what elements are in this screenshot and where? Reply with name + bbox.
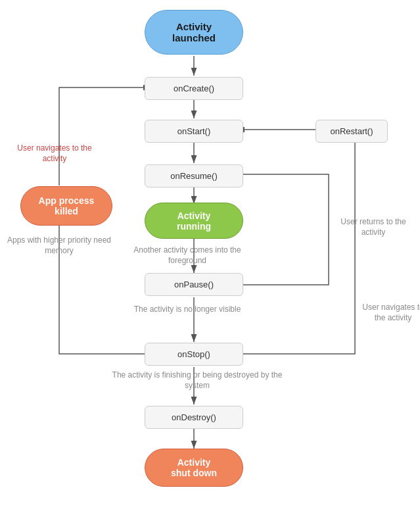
activity-launched-node: Activity launched	[145, 10, 243, 55]
user-navigates-label2: User navigates to the activity	[360, 303, 420, 323]
activity-launched-label: Activity launched	[172, 21, 216, 43]
activity-running-node: Activity running	[145, 203, 243, 239]
activity-finishing-label: The activity is finishing or being destr…	[105, 370, 289, 391]
on-resume-label: onResume()	[170, 171, 218, 181]
another-activity-label: Another activity comes into the foregrou…	[128, 245, 246, 266]
on-start-node: onStart()	[145, 120, 243, 143]
activity-shut-down-node: Activity shut down	[145, 449, 243, 487]
on-start-label: onStart()	[177, 126, 211, 136]
apps-higher-priority-label: Apps with higher priority need memory	[7, 235, 112, 256]
user-returns-label: User returns to the activity	[334, 217, 413, 237]
user-navigates-label: User navigates to the activity	[12, 143, 97, 164]
activity-no-longer-label: The activity is no longer visible	[128, 305, 246, 315]
on-destroy-node: onDestroy()	[145, 406, 243, 429]
on-create-node: onCreate()	[145, 77, 243, 100]
on-restart-node: onRestart()	[315, 120, 388, 143]
activity-running-label: Activity running	[177, 210, 211, 232]
on-pause-label: onPause()	[174, 280, 214, 289]
diagram: Activity launched onCreate() onStart() o…	[0, 0, 420, 517]
on-create-label: onCreate()	[174, 84, 214, 93]
on-restart-label: onRestart()	[330, 126, 373, 136]
app-process-killed-label: App process killed	[39, 195, 95, 216]
on-pause-node: onPause()	[145, 273, 243, 296]
on-destroy-label: onDestroy()	[172, 412, 216, 422]
on-stop-label: onStop()	[177, 349, 210, 359]
activity-shut-down-label: Activity shut down	[171, 457, 217, 478]
on-resume-node: onResume()	[145, 164, 243, 187]
on-stop-node: onStop()	[145, 343, 243, 366]
app-process-killed-node: App process killed	[20, 186, 112, 226]
